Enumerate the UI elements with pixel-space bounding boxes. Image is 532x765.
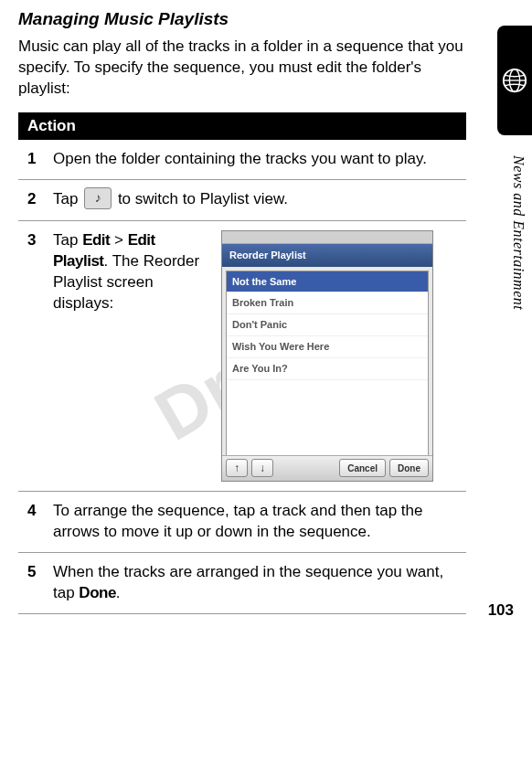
step-4: 4 To arrange the sequence, tap a track a… [18,492,466,553]
edit-label: Edit [82,231,110,249]
globe-icon [501,67,528,94]
playlist-view-button-icon: ♪ [84,187,112,209]
section-title: Managing Music Playlists [18,9,466,29]
step-text: To arrange the sequence, tap a track and… [53,501,457,543]
step-number: 4 [27,501,40,543]
step-2: 2 Tap ♪ to switch to Playlist view. [18,180,466,221]
phone-titlebar: Reorder Playlist [222,244,432,267]
phone-bottom-toolbar: ↑ ↓ Cancel Done [222,455,432,481]
page-number: 103 [488,601,514,620]
arrow-down-icon: ↓ [260,461,265,475]
playlist-item[interactable]: Broken Train [227,292,428,314]
playlist-item[interactable]: Wish You Were Here [227,336,428,358]
playlist-item[interactable]: Don't Panic [227,314,428,336]
move-down-button[interactable]: ↓ [251,459,273,477]
step-1: 1 Open the folder containing the tracks … [18,140,466,180]
playlist-list: Not the Same Broken Train Don't Panic Wi… [226,271,429,466]
gt-separator: > [110,231,127,249]
action-header: Action [18,112,466,140]
step3-before: Tap [53,231,82,249]
intro-paragraph: Music can play all of the tracks in a fo… [18,37,466,100]
step-3: 3 Tap Edit > Edit Playlist. The Reorder … [18,221,466,492]
section-side-label: News and Entertainment [510,155,527,310]
step2-after: to switch to Playlist view. [118,190,288,207]
step-5: 5 When the tracks are arranged in the se… [18,553,466,614]
step-number: 5 [27,562,40,604]
arrow-up-icon: ↑ [234,461,239,475]
step-text: When the tracks are arranged in the sequ… [53,562,457,604]
playlist-item[interactable]: Are You In? [227,358,428,380]
step-number: 1 [27,149,40,170]
step-text: Tap Edit > Edit Playlist. The Reorder Pl… [53,230,208,314]
step-text: Tap ♪ to switch to Playlist view. [53,189,457,211]
step2-before: Tap [53,190,82,207]
step5-after: . [116,584,121,601]
step-number: 2 [27,189,40,211]
done-button[interactable]: Done [389,459,429,477]
playlist-item[interactable]: Not the Same [227,271,428,293]
step-number: 3 [27,230,40,482]
done-label: Done [79,584,116,601]
music-note-icon: ♪ [95,189,101,207]
page-content: Managing Music Playlists Music can play … [0,0,484,632]
phone-status-strip [222,231,432,244]
cancel-button[interactable]: Cancel [339,459,386,477]
side-tab [497,26,532,135]
reorder-playlist-screenshot: Reorder Playlist Not the Same Broken Tra… [221,230,433,482]
step-text: Open the folder containing the tracks yo… [53,149,457,170]
move-up-button[interactable]: ↑ [226,459,248,477]
